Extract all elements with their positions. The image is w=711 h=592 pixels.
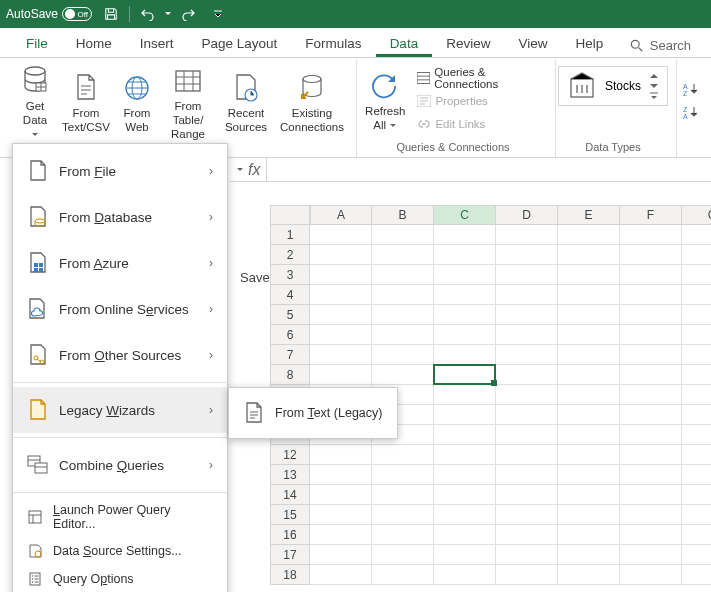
cell[interactable] xyxy=(558,305,620,325)
cell[interactable] xyxy=(434,365,496,385)
cell[interactable] xyxy=(620,405,682,425)
col-header-F[interactable]: F xyxy=(620,205,682,225)
cell[interactable] xyxy=(558,425,620,445)
cell[interactable] xyxy=(496,325,558,345)
tab-review[interactable]: Review xyxy=(432,30,504,57)
cell[interactable] xyxy=(682,505,711,525)
cell[interactable] xyxy=(434,305,496,325)
get-data-button[interactable]: Get Data xyxy=(14,62,56,143)
tab-view[interactable]: View xyxy=(504,30,561,57)
cell[interactable] xyxy=(310,345,372,365)
cell[interactable] xyxy=(434,525,496,545)
menu-data-source-settings[interactable]: Data Source Settings... xyxy=(13,537,227,565)
cell[interactable] xyxy=(558,525,620,545)
cell[interactable] xyxy=(496,365,558,385)
chevron-down-icon[interactable] xyxy=(649,82,659,90)
qat-customize-icon[interactable] xyxy=(207,3,229,25)
tab-insert[interactable]: Insert xyxy=(126,30,188,57)
cell[interactable] xyxy=(310,225,372,245)
cell[interactable] xyxy=(620,225,682,245)
menu-from-file[interactable]: From File› xyxy=(13,148,227,194)
cell[interactable] xyxy=(558,225,620,245)
cell[interactable] xyxy=(372,505,434,525)
cell[interactable] xyxy=(558,545,620,565)
cell[interactable] xyxy=(620,425,682,445)
cell[interactable] xyxy=(372,225,434,245)
cell[interactable] xyxy=(310,465,372,485)
col-header-D[interactable]: D xyxy=(496,205,558,225)
menu-from-online-services[interactable]: From Online Services› xyxy=(13,286,227,332)
from-web-button[interactable]: From Web xyxy=(116,62,158,143)
cell[interactable] xyxy=(496,425,558,445)
cell[interactable] xyxy=(682,305,711,325)
cell[interactable] xyxy=(682,425,711,445)
cell[interactable] xyxy=(496,485,558,505)
menu-from-database[interactable]: From Database› xyxy=(13,194,227,240)
cell[interactable] xyxy=(310,505,372,525)
row-header-1[interactable]: 1 xyxy=(270,225,310,245)
cell[interactable] xyxy=(682,405,711,425)
cell[interactable] xyxy=(620,505,682,525)
cell[interactable] xyxy=(496,265,558,285)
menu-legacy-wizards[interactable]: Legacy Wizards› xyxy=(13,387,227,433)
cell[interactable] xyxy=(434,505,496,525)
row-header-2[interactable]: 2 xyxy=(270,245,310,265)
cell[interactable] xyxy=(434,485,496,505)
cell[interactable] xyxy=(372,285,434,305)
cell[interactable] xyxy=(310,245,372,265)
cell[interactable] xyxy=(434,465,496,485)
cell[interactable] xyxy=(620,465,682,485)
row-header-14[interactable]: 14 xyxy=(270,485,310,505)
sort-asc-button[interactable]: AZ xyxy=(679,78,703,100)
cell[interactable] xyxy=(682,385,711,405)
cell[interactable] xyxy=(558,485,620,505)
cell[interactable] xyxy=(372,565,434,585)
cell[interactable] xyxy=(372,305,434,325)
cell[interactable] xyxy=(372,465,434,485)
row-header-17[interactable]: 17 xyxy=(270,545,310,565)
cell[interactable] xyxy=(496,565,558,585)
cell[interactable] xyxy=(496,545,558,565)
menu-from-other-sources[interactable]: From Other Sources› xyxy=(13,332,227,378)
tab-home[interactable]: Home xyxy=(62,30,126,57)
cell[interactable] xyxy=(496,345,558,365)
cell[interactable] xyxy=(372,525,434,545)
col-header-G[interactable]: G xyxy=(682,205,711,225)
cell[interactable] xyxy=(496,465,558,485)
submenu-from-text-legacy[interactable]: From Text (Legacy) xyxy=(229,392,397,434)
cell[interactable] xyxy=(558,325,620,345)
cell[interactable] xyxy=(372,545,434,565)
cell[interactable] xyxy=(620,485,682,505)
cell[interactable] xyxy=(682,365,711,385)
save-icon[interactable] xyxy=(100,3,122,25)
cell[interactable] xyxy=(496,525,558,545)
sort-desc-button[interactable]: ZA xyxy=(679,101,703,123)
cell[interactable] xyxy=(558,405,620,425)
cell[interactable] xyxy=(558,385,620,405)
cell[interactable] xyxy=(310,545,372,565)
queries-connections-button[interactable]: Queries & Connections xyxy=(413,67,547,89)
from-text-csv-button[interactable]: From Text/CSV xyxy=(58,62,114,143)
row-header-6[interactable]: 6 xyxy=(270,325,310,345)
cell[interactable] xyxy=(310,485,372,505)
cell[interactable] xyxy=(558,245,620,265)
cell[interactable] xyxy=(372,325,434,345)
col-header-A[interactable]: A xyxy=(310,205,372,225)
cell[interactable] xyxy=(682,525,711,545)
cell[interactable] xyxy=(620,285,682,305)
cell[interactable] xyxy=(620,305,682,325)
cell[interactable] xyxy=(558,565,620,585)
col-header-E[interactable]: E xyxy=(558,205,620,225)
row-header-13[interactable]: 13 xyxy=(270,465,310,485)
cell[interactable] xyxy=(434,545,496,565)
cell[interactable] xyxy=(496,505,558,525)
cell[interactable] xyxy=(496,385,558,405)
cell[interactable] xyxy=(558,285,620,305)
menu-combine-queries[interactable]: Combine Queries› xyxy=(13,442,227,488)
cell[interactable] xyxy=(496,245,558,265)
cell[interactable] xyxy=(682,245,711,265)
row-header-18[interactable]: 18 xyxy=(270,565,310,585)
cell[interactable] xyxy=(682,485,711,505)
cell[interactable] xyxy=(372,445,434,465)
cell[interactable] xyxy=(620,565,682,585)
